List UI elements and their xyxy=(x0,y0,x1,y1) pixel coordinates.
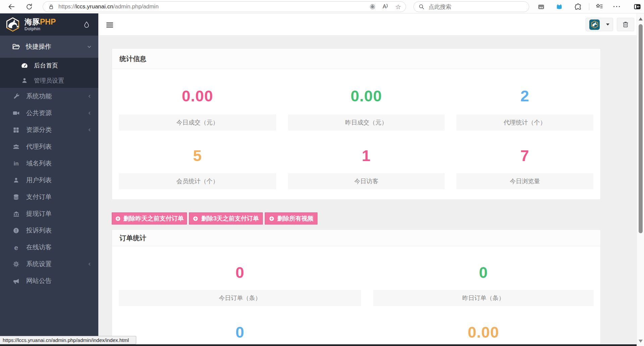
caret-down-icon xyxy=(606,23,609,26)
exclamation-circle-icon xyxy=(12,227,20,234)
window-bottom-edge xyxy=(0,344,637,346)
back-arrow-icon xyxy=(7,3,15,11)
stat-yesterday-orders: 0 昨日订单（条） xyxy=(373,246,594,306)
delete-all-videos-button[interactable]: 删除所有视频 xyxy=(265,212,317,225)
stat-today-visitors: 1 今日访客 xyxy=(288,131,445,189)
chevron-left-icon xyxy=(87,261,92,268)
more-options-icon[interactable]: ··· xyxy=(612,1,623,12)
scroll-down-arrow[interactable] xyxy=(639,340,643,343)
chevron-left-icon xyxy=(87,127,92,134)
order-statistics-card: 订单统计 0 今日订单（条） 0 昨日订单（条） 0 0.00 xyxy=(112,230,601,346)
dolphin-avatar-icon xyxy=(591,20,599,29)
sidebar-toggle-button[interactable] xyxy=(106,22,113,29)
card-title: 订单统计 xyxy=(112,230,600,246)
sidebar-item-payment-orders[interactable]: 支付订单 xyxy=(0,189,98,205)
content-topbar xyxy=(98,13,637,36)
gear-icon xyxy=(12,261,20,267)
sidebar-item-complaints[interactable]: 投诉列表 xyxy=(0,222,98,239)
plus-circle-icon xyxy=(269,216,275,221)
read-aloud-icon[interactable]: A xyxy=(383,4,389,10)
link-status-tooltip: https://lccs.yruanai.cn/admin.php/admin/… xyxy=(0,336,136,344)
bullhorn-icon xyxy=(12,278,20,285)
page-scrollbar[interactable] xyxy=(637,13,644,346)
sidebar-item-dashboard[interactable]: 后台首页 xyxy=(0,58,98,73)
browser-window: https://lccs.yruanai.cn/admin.php/admin … xyxy=(0,0,644,346)
delete-orders-before-yesterday-button[interactable]: 删除昨天之前支付订单 xyxy=(112,212,187,225)
stat-member-count: 5 会员统计（个） xyxy=(119,131,276,189)
sidebar-item-public-resources[interactable]: 公共资源 xyxy=(0,105,98,121)
dolphin-logo-icon xyxy=(5,17,20,32)
chevron-left-icon xyxy=(87,93,92,101)
sidebar-panel-icon[interactable] xyxy=(632,1,643,12)
stat-partial-left: 0 xyxy=(119,306,361,341)
toolbar-divider xyxy=(589,3,589,10)
trash-icon xyxy=(622,21,629,28)
bank-icon xyxy=(12,210,20,217)
users-icon xyxy=(12,143,20,150)
sidebar-item-domain-list[interactable]: in 域名列表 xyxy=(0,155,98,172)
bulk-action-buttons: 删除昨天之前支付订单 删除3天之前支付订单 删除所有视频 xyxy=(112,212,317,225)
sidebar: 海豚PHP Dolphin 快捷操作 后台首页 xyxy=(0,13,98,344)
folder-open-icon xyxy=(12,43,20,51)
sidebar-logo-bar[interactable]: 海豚PHP Dolphin xyxy=(0,13,98,36)
main-content: 统计信息 0.00 今日成交（元） 0.00 昨日成交（元） 2 代理统计（个）… xyxy=(98,36,637,346)
card-title: 统计信息 xyxy=(112,49,600,69)
search-icon xyxy=(418,3,425,10)
sidebar-submenu: 后台首页 管理员设置 xyxy=(0,58,98,88)
plus-circle-icon xyxy=(193,216,198,221)
scrollbar-thumb[interactable] xyxy=(639,24,643,233)
back-button[interactable] xyxy=(6,1,17,12)
video-camera-icon xyxy=(12,109,20,117)
database-icon xyxy=(12,194,20,200)
address-bar[interactable]: https://lccs.yruanai.cn/admin.php/admin … xyxy=(43,1,406,12)
stat-partial-right: 0.00 xyxy=(373,306,594,341)
browser-search-box[interactable]: 点此搜索 xyxy=(413,1,529,12)
sidebar-section-quick-actions[interactable]: 快捷操作 xyxy=(0,36,98,58)
sidebar-item-site-announcement[interactable]: 网站公告 xyxy=(0,273,98,289)
tracking-prevention-icon[interactable] xyxy=(369,3,376,10)
sidebar-item-admin-settings[interactable]: 管理员设置 xyxy=(0,73,98,88)
statistics-card: 统计信息 0.00 今日成交（元） 0.00 昨日成交（元） 2 代理统计（个）… xyxy=(112,48,601,200)
lock-icon xyxy=(48,3,55,10)
extensions-puzzle-icon[interactable] xyxy=(573,1,583,12)
stat-yesterday-revenue: 0.00 昨日成交（元） xyxy=(288,69,445,131)
water-drop-icon xyxy=(83,21,90,28)
sidebar-item-user-list[interactable]: 用户列表 xyxy=(0,172,98,189)
delete-orders-before-3days-button[interactable]: 删除3天之前支付订单 xyxy=(189,212,263,225)
search-placeholder: 点此搜索 xyxy=(429,3,451,11)
edge-browser-icon: e xyxy=(12,245,20,250)
sidebar-item-resource-categories[interactable]: 资源分类 xyxy=(0,121,98,138)
browser-toolbar: https://lccs.yruanai.cn/admin.php/admin … xyxy=(0,0,644,13)
stat-today-pageviews: 7 今日浏览量 xyxy=(456,131,593,189)
sidebar-item-system-settings[interactable]: 系统设置 xyxy=(0,256,98,273)
brand-title: 海豚PHP xyxy=(24,18,56,26)
scroll-up-arrow[interactable] xyxy=(639,17,643,20)
url-text: https://lccs.yruanai.cn/admin.php/admin xyxy=(58,3,369,10)
favorites-hub-icon[interactable] xyxy=(594,1,605,12)
favorite-star-icon[interactable]: ☆ xyxy=(395,3,401,11)
dashboard-gauge-icon xyxy=(21,62,28,69)
sidebar-item-system-functions[interactable]: 系统功能 xyxy=(0,88,98,105)
sidebar-item-agent-list[interactable]: 代理列表 xyxy=(0,138,98,155)
brand-subtitle: Dolphin xyxy=(24,26,56,31)
wrench-icon xyxy=(12,93,20,100)
user-menu-button[interactable] xyxy=(586,18,613,31)
linkedin-in-icon: in xyxy=(12,161,20,166)
user-icon xyxy=(21,77,28,84)
grid-icon xyxy=(12,127,20,133)
user-icon xyxy=(12,177,20,184)
plus-circle-icon xyxy=(115,216,121,221)
sidebar-item-online-visitors[interactable]: e 在线访客 xyxy=(0,239,98,256)
sidebar-item-withdrawal-orders[interactable]: 提现订单 xyxy=(0,205,98,222)
refresh-icon xyxy=(26,3,33,10)
clear-cache-button[interactable] xyxy=(617,18,634,31)
tab-workspaces-icon[interactable] xyxy=(536,1,546,12)
chevron-down-icon xyxy=(86,44,92,51)
refresh-button[interactable] xyxy=(24,1,35,12)
stat-agent-count: 2 代理统计（个） xyxy=(456,69,593,131)
cat-extension-icon[interactable] xyxy=(554,1,564,12)
chevron-left-icon xyxy=(87,110,92,117)
stat-today-revenue: 0.00 今日成交（元） xyxy=(119,69,276,131)
avatar xyxy=(589,19,600,30)
stat-today-orders: 0 今日订单（条） xyxy=(119,246,361,306)
